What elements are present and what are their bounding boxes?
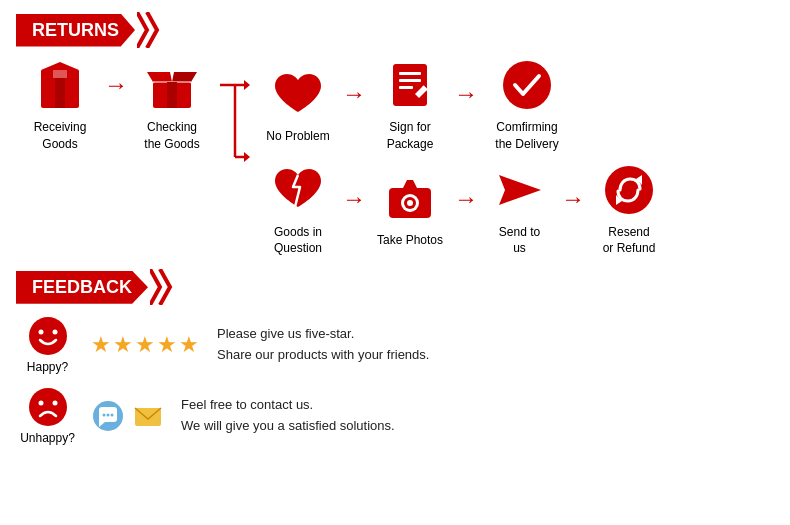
- checking-goods-item: Checkingthe Goods: [132, 56, 212, 153]
- arrow-1: →: [104, 71, 128, 99]
- happy-label: Happy?: [27, 360, 68, 374]
- resend-label: Resendor Refund: [603, 224, 656, 258]
- sign-package-item: Sign forPackage: [370, 56, 450, 153]
- svg-point-35: [52, 401, 57, 406]
- happy-row: Happy? ★★★★★ Please give us five-star. S…: [20, 315, 770, 374]
- bottom-branch: Goods inQuestion → Take Photos →: [258, 161, 669, 258]
- svg-point-37: [103, 413, 106, 416]
- take-photos-item: Take Photos: [370, 170, 450, 247]
- svg-rect-16: [393, 64, 427, 106]
- unhappy-row: Unhappy? Feel free to contact us. We wil…: [20, 386, 770, 445]
- arrow-2: →: [342, 80, 366, 108]
- happy-face-icon: [27, 315, 69, 357]
- svg-point-34: [38, 401, 43, 406]
- svg-marker-6: [147, 72, 172, 82]
- svg-rect-4: [53, 70, 67, 78]
- arrow-5: →: [454, 185, 478, 213]
- sign-label: Sign forPackage: [387, 119, 434, 153]
- receiving-label: ReceivingGoods: [34, 119, 87, 153]
- svg-rect-9: [167, 82, 177, 108]
- package-icon: [31, 56, 89, 114]
- svg-point-30: [29, 317, 67, 355]
- open-box-icon: [143, 56, 201, 114]
- unhappy-face-icon: [27, 386, 69, 428]
- unhappy-text: Feel free to contact us. We will give yo…: [181, 395, 395, 437]
- svg-point-33: [29, 388, 67, 426]
- email-icon: [131, 399, 165, 433]
- feedback-header: FEEDBACK: [16, 271, 148, 304]
- svg-marker-15: [244, 152, 250, 162]
- svg-rect-18: [399, 79, 421, 82]
- resend-refund-item: Resendor Refund: [589, 161, 669, 258]
- goods-question-label: Goods inQuestion: [274, 224, 322, 258]
- svg-point-27: [605, 166, 653, 214]
- svg-marker-26: [499, 175, 541, 205]
- feedback-zigzag-icon: [150, 269, 180, 305]
- broken-heart-icon: [269, 161, 327, 219]
- fork-lines: [220, 56, 250, 186]
- send-icon: [491, 161, 549, 219]
- happy-emoji-item: Happy?: [20, 315, 75, 374]
- unhappy-label: Unhappy?: [20, 431, 75, 445]
- no-problem-label: No Problem: [266, 129, 329, 143]
- send-us-item: Send tous: [482, 161, 557, 258]
- svg-point-21: [503, 61, 551, 109]
- heart-icon: [269, 66, 327, 124]
- svg-point-31: [38, 330, 43, 335]
- svg-rect-19: [399, 86, 413, 89]
- confirming-label: Comfirmingthe Delivery: [495, 119, 558, 153]
- unhappy-text-line2: We will give you a satisfied solutions.: [181, 418, 395, 433]
- resend-icon: [600, 161, 658, 219]
- sign-icon: [381, 56, 439, 114]
- chat-icon: [91, 399, 125, 433]
- feedback-label: FEEDBACK: [32, 277, 132, 298]
- returns-flow: ReceivingGoods → Checkingthe Goods: [20, 56, 780, 257]
- top-branch: No Problem → Sign forPackage →: [258, 56, 669, 153]
- feedback-section: Happy? ★★★★★ Please give us five-star. S…: [20, 315, 770, 445]
- confirm-icon: [498, 56, 556, 114]
- goods-question-item: Goods inQuestion: [258, 161, 338, 258]
- zigzag-icon: [137, 12, 167, 48]
- unhappy-emoji-item: Unhappy?: [20, 386, 75, 445]
- happy-text-line2: Share our products with your friends.: [217, 347, 429, 362]
- unhappy-text-line1: Feel free to contact us.: [181, 397, 313, 412]
- confirming-item: Comfirmingthe Delivery: [482, 56, 572, 153]
- happy-text-line1: Please give us five-star.: [217, 326, 354, 341]
- svg-point-39: [111, 413, 114, 416]
- svg-point-32: [52, 330, 57, 335]
- camera-icon: [381, 170, 439, 228]
- branches-container: No Problem → Sign forPackage →: [258, 56, 669, 257]
- svg-point-25: [407, 200, 413, 206]
- arrow-3: →: [454, 80, 478, 108]
- returns-label: RETURNS: [32, 20, 119, 41]
- stars-display: ★★★★★: [91, 332, 201, 358]
- send-us-label: Send tous: [499, 224, 540, 258]
- arrow-6: →: [561, 185, 585, 213]
- svg-point-38: [107, 413, 110, 416]
- receiving-goods-item: ReceivingGoods: [20, 56, 100, 153]
- svg-marker-3: [41, 62, 79, 70]
- returns-header: RETURNS: [16, 14, 135, 47]
- svg-rect-17: [399, 72, 421, 75]
- take-photos-label: Take Photos: [377, 233, 443, 247]
- arrow-4: →: [342, 185, 366, 213]
- no-problem-item: No Problem: [258, 66, 338, 143]
- happy-text: Please give us five-star. Share our prod…: [217, 324, 429, 366]
- svg-marker-7: [172, 72, 197, 82]
- fork-connector: [220, 56, 250, 186]
- checking-label: Checkingthe Goods: [144, 119, 199, 153]
- contact-icons: [91, 399, 165, 433]
- svg-marker-13: [244, 80, 250, 90]
